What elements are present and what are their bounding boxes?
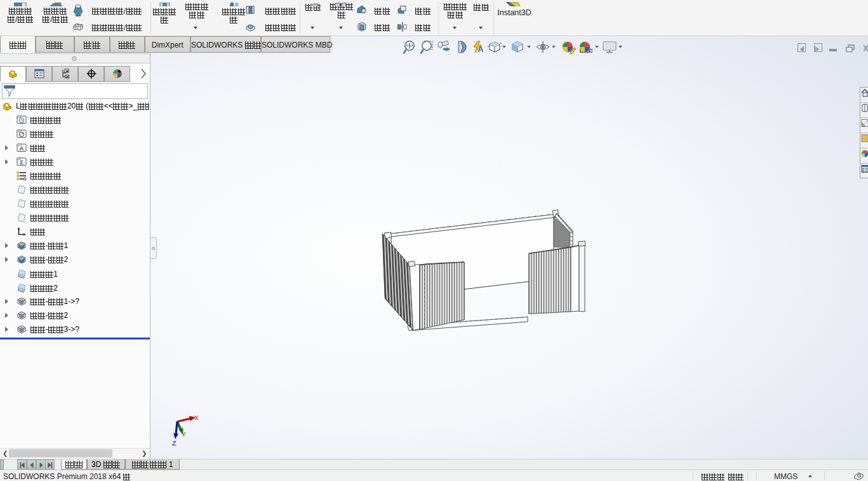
svg-text:Σ: Σ: [20, 159, 23, 166]
svg-text:A: A: [20, 145, 24, 152]
svg-text:A: A: [477, 44, 484, 54]
svg-text:X: X: [194, 414, 199, 422]
svg-text:Y: Y: [182, 431, 186, 438]
svg-text:Z: Z: [172, 440, 177, 447]
